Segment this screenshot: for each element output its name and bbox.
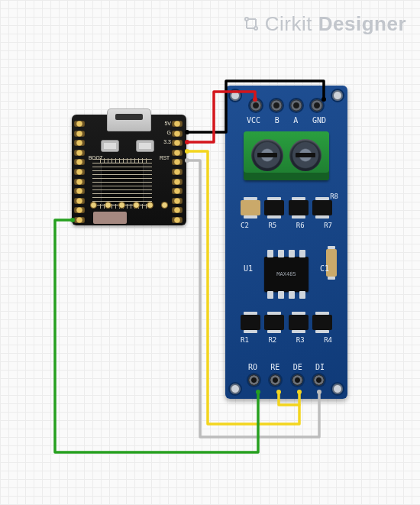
lbl-r1: R1	[241, 336, 249, 344]
lbl-de: DE	[293, 363, 302, 371]
svg-point-0	[245, 18, 248, 21]
smd-r3-icon	[289, 315, 309, 330]
esp32c3-board[interactable]: 5V G 3.3 BOOT RST	[72, 115, 186, 225]
lbl-r3: R3	[296, 336, 305, 344]
smd-row-bottom-labels: R1 R2 R3 R4	[241, 336, 332, 344]
watermark: Cirkit Designer	[242, 12, 406, 36]
ic-marking: MAX485	[264, 257, 309, 292]
watermark-light: Cirkit	[265, 12, 312, 35]
mcu-bottom-pads	[90, 202, 168, 209]
lbl-r4: R4	[324, 336, 332, 344]
lbl-ro: RO	[248, 363, 257, 371]
smd-row-bottom	[241, 315, 332, 330]
mcu-left-pins	[74, 121, 86, 223]
rs485-bottom-header	[248, 374, 325, 388]
lbl-re: RE	[270, 363, 279, 371]
pin-de[interactable]	[292, 374, 303, 386]
rs485-bottom-labels: RO RE DE DI	[248, 363, 325, 371]
mounting-hole-icon	[230, 90, 241, 101]
smd-r2-icon	[264, 315, 284, 330]
mcu-pin-label-5v: 5V	[164, 121, 171, 126]
smd-r7-icon	[312, 200, 332, 215]
lbl-vcc: VCC	[247, 116, 260, 125]
lbl-r7: R7	[324, 222, 332, 229]
boot-button[interactable]	[101, 140, 119, 152]
usb-c-connector	[107, 108, 151, 131]
smd-row-top	[241, 200, 332, 215]
lbl-gnd: GND	[312, 116, 326, 125]
smd-c2-icon	[241, 200, 260, 215]
terminal-b-icon	[289, 139, 321, 171]
mounting-hole-icon	[230, 384, 241, 394]
mcu-pin-label-3v3: 3.3	[163, 139, 171, 144]
pin-gnd[interactable]	[311, 99, 323, 112]
canvas[interactable]: Cirkit Designer 5V G 3.3 BOOT RST	[0, 0, 420, 505]
lbl-b: B	[275, 116, 279, 125]
lbl-r2: R2	[268, 336, 276, 344]
rst-button[interactable]	[136, 140, 154, 152]
mcu-right-pins	[172, 121, 184, 223]
lbl-c1: C1	[320, 264, 329, 273]
lbl-u1: U1	[244, 264, 253, 273]
pin-re[interactable]	[270, 374, 281, 386]
rs485-top-header	[250, 99, 323, 113]
pin-di[interactable]	[313, 374, 325, 386]
soic8-icon: MAX485	[264, 257, 309, 292]
watermark-bold: Designer	[318, 12, 406, 35]
pin-b[interactable]	[270, 99, 283, 112]
mounting-hole-icon	[332, 90, 343, 101]
rst-label: RST	[160, 155, 170, 160]
pin-vcc[interactable]	[250, 99, 262, 112]
lbl-r5: R5	[268, 222, 276, 229]
lbl-r8: R8	[330, 193, 338, 200]
pin-ro[interactable]	[248, 374, 260, 386]
svg-point-1	[254, 27, 257, 30]
smd-row-top-labels: C2 R5 R6 R7	[241, 222, 332, 229]
smd-r4-icon	[312, 315, 332, 330]
mcu-pin-label-g: G	[167, 130, 171, 135]
lbl-r6: R6	[296, 222, 305, 229]
lbl-a: A	[293, 116, 298, 125]
smd-r5-icon	[264, 200, 284, 215]
lbl-c2: C2	[241, 222, 249, 229]
mcu-buttons	[101, 140, 154, 152]
antenna-icon	[93, 212, 127, 224]
screw-terminal-icon	[244, 131, 329, 180]
rs485-top-labels: VCC B A GND	[247, 116, 326, 125]
mcu-chip-icon	[101, 162, 144, 205]
max485-module[interactable]: VCC B A GND R8 C2 R5 R6 R7 U1 M	[225, 86, 347, 399]
mounting-hole-icon	[332, 384, 343, 394]
lbl-di: DI	[315, 363, 325, 371]
smd-r1-icon	[241, 315, 260, 330]
terminal-a-icon	[251, 139, 283, 171]
pin-a[interactable]	[290, 99, 302, 112]
smd-r6-icon	[289, 200, 309, 215]
wiring-layer	[0, 0, 420, 505]
